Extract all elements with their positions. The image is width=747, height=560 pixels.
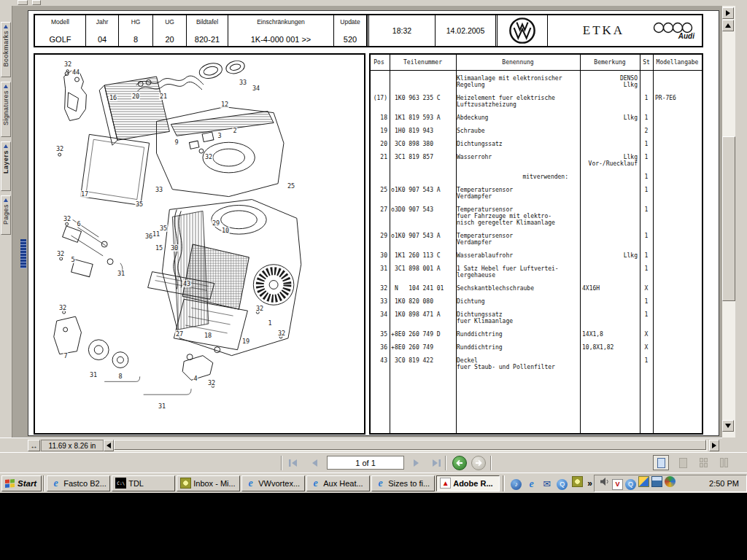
taskbar-button-adobe-r-[interactable]: ▲Adobe R... [436, 475, 500, 491]
continuous-facing-layout-button[interactable] [695, 455, 711, 470]
header-cell-hg: HG8 [119, 15, 153, 46]
network-globe-tray-item[interactable] [665, 476, 676, 490]
toolbar-button[interactable] [18, 0, 28, 5]
sidebar-tab-layers[interactable]: Layers [1, 141, 11, 191]
scroll-up-button[interactable] [722, 20, 734, 31]
page-number-text: 1 of 1 [355, 459, 376, 467]
part-marker [390, 128, 395, 134]
diagram-callout-27: 27 [175, 330, 184, 338]
header-columns: ModellGOLFJahr04HG8UG20Bildtafel820-21Ei… [35, 15, 367, 46]
single-page-layout-button[interactable] [653, 455, 669, 470]
diagram-callout-32: 32 [63, 215, 71, 222]
previous-view-button[interactable] [452, 456, 467, 470]
parts-table-row: 433C0 819 422Deckel fuer Staub- und Poll… [371, 357, 702, 370]
toolbar-chevron-button[interactable] [722, 7, 734, 19]
media-player-launcher[interactable]: ♪ [511, 476, 522, 490]
part-number: 3C0 819 422 [395, 357, 433, 370]
horizontal-scrollbar[interactable] [114, 440, 708, 451]
vw-logo-cell [498, 15, 548, 46]
part-quantity: 1 [640, 154, 653, 167]
hscroll-left-button[interactable] [104, 440, 114, 451]
next-page-button[interactable] [409, 456, 425, 470]
part-remark [580, 265, 640, 279]
diagram-callout-25: 25 [287, 182, 295, 190]
part-model [653, 206, 702, 226]
display-settings-tray-item[interactable] [638, 476, 649, 490]
header-cell-einschränkungen: Einschränkungen1K-4-000 001 >> [228, 15, 334, 46]
diagram-callout-19: 19 [241, 338, 250, 345]
header-value: 04 [98, 35, 107, 44]
part-quantity [640, 75, 653, 88]
quicktime-tray-tray-item[interactable]: Q [625, 476, 636, 490]
part-name: Wasserablaufrohr [456, 252, 580, 259]
previous-page-button[interactable] [306, 456, 322, 470]
facing-layout-button[interactable] [716, 455, 732, 470]
outlook-express-launcher[interactable]: ✉ [541, 477, 552, 490]
toolbar-button[interactable] [32, 0, 41, 5]
header-label: Update [340, 18, 360, 26]
part-quantity: 1 [640, 265, 653, 279]
part-remark: Llkg Vor-/Ruecklauf [580, 154, 640, 167]
quicktime-launcher[interactable]: Q [557, 476, 568, 490]
start-button[interactable]: Start [1, 475, 42, 491]
navigation-pane-tabs: BookmarksSignaturesLayersPages [0, 6, 12, 438]
part-remark [580, 187, 640, 200]
sidebar-tab-bookmarks[interactable]: Bookmarks [1, 22, 11, 77]
vertical-scrollbar-thumb[interactable] [722, 136, 735, 301]
continuous-layout-button[interactable] [675, 455, 691, 470]
taskbar-button-sizes-to-fi-[interactable]: eSizes to fi... [371, 475, 435, 491]
part-pos: 21 [371, 154, 390, 167]
parts-table-row: 181K1 819 593 AAbdeckungLlkg1 [371, 114, 702, 121]
volume-tray-item[interactable] [599, 476, 610, 490]
vnc-tray-item[interactable]: V [612, 476, 623, 490]
scroll-down-button[interactable] [722, 420, 734, 432]
diagram-callout-16: 16 [109, 94, 117, 101]
first-page-button[interactable] [286, 456, 302, 470]
part-name: Heizelement fuer elektrische Luftzusatzh… [456, 95, 580, 108]
parts-table-row: 191H0 819 943Schraube2 [371, 128, 702, 134]
parts-table-row: 301K1 260 113 CWasserablaufrohrLlkg1 [371, 252, 702, 259]
next-view-button[interactable] [471, 456, 486, 470]
page-size-text: 11.69 x 8.26 in [49, 442, 96, 450]
part-remark: 14X1,8 [580, 331, 640, 338]
part-number-cell: 3C1 819 857 [390, 154, 456, 167]
part-number: 3C1 898 001 A [395, 265, 441, 279]
taskbar-button-inbox-mi-[interactable]: Inbox - Mi... [177, 475, 240, 491]
command-prompt-icon: C:\ [115, 478, 126, 489]
pane-splitter-handle[interactable] [20, 239, 26, 268]
lotus-notes-launcher[interactable] [572, 476, 583, 490]
part-quantity: X [640, 285, 653, 292]
sidebar-tab-signatures[interactable]: Signatures [1, 82, 11, 137]
taskbar-button-fastco-b2-[interactable]: eFastco B2... [47, 475, 110, 491]
horizontal-scrollbar-thumb[interactable] [114, 440, 706, 450]
internet-explorer-launcher[interactable]: e [526, 477, 537, 490]
quick-launch-overflow-chevron[interactable]: » [587, 478, 592, 489]
part-number: 1K0 898 471 A [395, 311, 441, 324]
taskbar-button-tdl[interactable]: C:\TDL [112, 475, 175, 491]
print-queue-tray-item[interactable] [651, 476, 662, 490]
arrow-right-icon [712, 443, 716, 448]
part-marker: o [390, 187, 395, 200]
windows-taskbar: Start eFastco B2...C:\TDLInbox - Mi...eV… [0, 472, 747, 493]
sidebar-tab-pages[interactable]: Pages [1, 195, 11, 235]
part-number: 1K1 819 593 A [395, 114, 441, 121]
part-quantity: X [640, 331, 653, 338]
quick-launch-bar: ♪e✉Q [506, 476, 587, 490]
header-value: 520 [344, 35, 357, 44]
part-pos: 18 [371, 114, 390, 121]
hscroll-right-button[interactable] [709, 440, 719, 451]
page-number-field[interactable]: 1 of 1 [327, 456, 404, 470]
splitter-resize-button[interactable]: ↔ [28, 440, 40, 451]
column-header-bemerkung: Bemerkung [580, 59, 640, 66]
tray-icon-area: VQ [599, 476, 676, 490]
part-pos: 30 [371, 252, 390, 259]
part-pos: 25 [371, 187, 390, 200]
part-number: 8E0 260 749 [395, 344, 433, 351]
next-page-icon [413, 459, 420, 467]
part-marker: o [390, 206, 395, 226]
lotus-notes-icon [572, 476, 583, 487]
taskbar-button-vwvortex-[interactable]: eVWvortex... [241, 475, 305, 491]
quicktime-tray-icon: Q [625, 479, 636, 490]
taskbar-button-aux-heat-[interactable]: eAux Heat... [306, 475, 370, 491]
last-page-button[interactable] [427, 456, 444, 470]
